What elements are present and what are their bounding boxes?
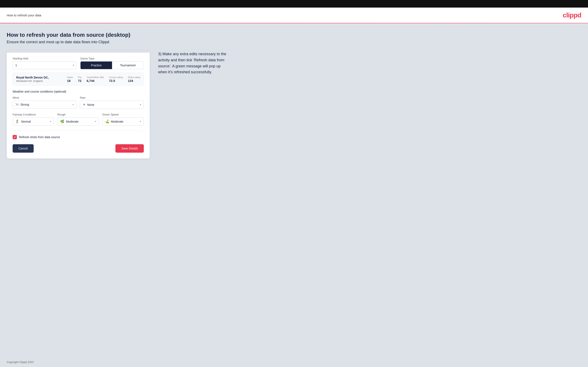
wind-label: Wind bbox=[13, 96, 77, 99]
refresh-label: Refresh shots from data source bbox=[19, 135, 60, 139]
game-type-group: Game Type Practice Tournament bbox=[80, 57, 144, 69]
rough-label: Rough bbox=[57, 113, 99, 116]
header-title: How to refresh your data bbox=[7, 13, 41, 17]
yards-stat: Yards/White (M)) 6,744 bbox=[86, 76, 104, 83]
par-stat: Par 72 bbox=[78, 76, 82, 83]
slope-rating-label: Slope rating bbox=[128, 76, 140, 79]
yards-label: Yards/White (M)) bbox=[86, 76, 104, 79]
starting-hole-label: Starting Hole bbox=[13, 57, 76, 60]
rain-value: None bbox=[87, 103, 140, 107]
divider bbox=[13, 131, 144, 131]
checkmark-icon bbox=[13, 136, 16, 138]
holes-stat: Holes 18 bbox=[67, 76, 73, 83]
cancel-button[interactable]: Cancel bbox=[13, 144, 34, 153]
fairway-icon: 🏌 bbox=[15, 119, 19, 124]
course-location: Westward Ho!, England bbox=[16, 80, 63, 83]
side-text: 3) Make any extra edits necessary to the… bbox=[158, 51, 230, 75]
yards-value: 6,744 bbox=[86, 79, 95, 83]
action-row: Cancel Save Details bbox=[13, 144, 144, 153]
rough-group: Rough 🌿 Moderate ▾ bbox=[57, 113, 99, 125]
tournament-button[interactable]: Tournament bbox=[112, 61, 144, 69]
footer: Copyright Clippd 2022 bbox=[0, 357, 588, 367]
main-content: How to refresh your data from source (de… bbox=[0, 23, 588, 357]
starting-hole-group: Starting Hole 1 ▾ bbox=[13, 57, 76, 69]
top-bar bbox=[0, 0, 588, 8]
logo: clippd bbox=[563, 11, 581, 19]
wind-group: Wind 🌬 Strong ▾ bbox=[13, 96, 77, 109]
course-row: Royal North Devon GC, Westward Ho!, Engl… bbox=[13, 73, 144, 86]
fairway-value: Normal bbox=[21, 120, 50, 123]
rough-icon: 🌿 bbox=[60, 119, 64, 124]
starting-hole-select[interactable]: 1 bbox=[13, 61, 76, 69]
course-stats: Holes 18 Par 72 Yards/White (M)) 6,744 C… bbox=[67, 76, 140, 83]
refresh-checkbox[interactable] bbox=[13, 135, 17, 139]
content-area: Starting Hole 1 ▾ Game Type Practice Tou… bbox=[7, 51, 581, 158]
refresh-checkbox-row: Refresh shots from data source bbox=[13, 135, 144, 139]
conditions-grid-3: Fairway Conditions 🏌 Normal ▾ Rough 🌿 Mo… bbox=[13, 113, 144, 125]
green-speed-label: Green Speed bbox=[102, 113, 144, 116]
green-speed-value: Moderate bbox=[111, 120, 140, 123]
rain-icon: ☀ bbox=[83, 103, 86, 107]
starting-hole-select-wrapper: 1 ▾ bbox=[13, 61, 76, 69]
page-subheading: Ensure the correct and most up to date d… bbox=[7, 40, 581, 44]
course-name-block: Royal North Devon GC, Westward Ho!, Engl… bbox=[16, 76, 63, 83]
side-paragraph: 3) Make any extra edits necessary to the… bbox=[158, 51, 230, 75]
wind-value: Strong bbox=[20, 103, 72, 106]
rough-value: Moderate bbox=[66, 120, 95, 123]
rough-chevron-icon: ▾ bbox=[95, 120, 96, 123]
wind-dropdown[interactable]: 🌬 Strong ▾ bbox=[13, 100, 77, 108]
fairway-dropdown[interactable]: 🏌 Normal ▾ bbox=[13, 117, 54, 125]
course-name: Royal North Devon GC, bbox=[16, 76, 63, 79]
course-rating-value: 72.5 bbox=[109, 79, 115, 83]
copyright: Copyright Clippd 2022 bbox=[7, 360, 34, 364]
save-button[interactable]: Save Details bbox=[115, 144, 144, 153]
course-rating-label: Course rating bbox=[109, 76, 123, 79]
holes-label: Holes bbox=[67, 76, 73, 79]
green-speed-dropdown[interactable]: ⛳ Moderate ▾ bbox=[102, 117, 144, 125]
par-value: 72 bbox=[78, 79, 82, 83]
wind-icon: 🌬 bbox=[15, 103, 19, 107]
game-type-label: Game Type bbox=[80, 57, 144, 60]
card-top-strip bbox=[7, 51, 150, 53]
form-card: Starting Hole 1 ▾ Game Type Practice Tou… bbox=[7, 51, 150, 158]
rain-chevron-icon: ▾ bbox=[140, 103, 141, 106]
conditions-title: Weather and course conditions (optional) bbox=[13, 90, 144, 93]
page-heading: How to refresh your data from source (de… bbox=[7, 32, 581, 38]
slope-rating-stat: Slope rating 134 bbox=[128, 76, 140, 83]
fairway-group: Fairway Conditions 🏌 Normal ▾ bbox=[13, 113, 54, 125]
green-speed-group: Green Speed ⛳ Moderate ▾ bbox=[102, 113, 144, 125]
fairway-chevron-icon: ▾ bbox=[50, 120, 51, 123]
holes-value: 18 bbox=[67, 79, 71, 83]
course-rating-stat: Course rating 72.5 bbox=[109, 76, 123, 83]
rough-dropdown[interactable]: 🌿 Moderate ▾ bbox=[57, 117, 99, 125]
rain-group: Rain ☀ None ▾ bbox=[80, 96, 144, 109]
fairway-label: Fairway Conditions bbox=[13, 113, 54, 116]
header: How to refresh your data clippd bbox=[0, 8, 588, 23]
rain-label: Rain bbox=[80, 96, 144, 99]
rain-dropdown[interactable]: ☀ None ▾ bbox=[80, 100, 144, 109]
wind-rain-grid: Wind 🌬 Strong ▾ Rain ☀ None ▾ bbox=[13, 96, 144, 109]
par-label: Par bbox=[78, 76, 82, 79]
practice-button[interactable]: Practice bbox=[80, 61, 112, 69]
game-type-buttons: Practice Tournament bbox=[80, 61, 144, 69]
starting-hole-row: Starting Hole 1 ▾ Game Type Practice Tou… bbox=[13, 57, 144, 69]
green-speed-chevron-icon: ▾ bbox=[140, 120, 141, 123]
green-speed-icon: ⛳ bbox=[105, 119, 109, 124]
slope-rating-value: 134 bbox=[128, 79, 133, 83]
wind-chevron-icon: ▾ bbox=[72, 103, 74, 106]
